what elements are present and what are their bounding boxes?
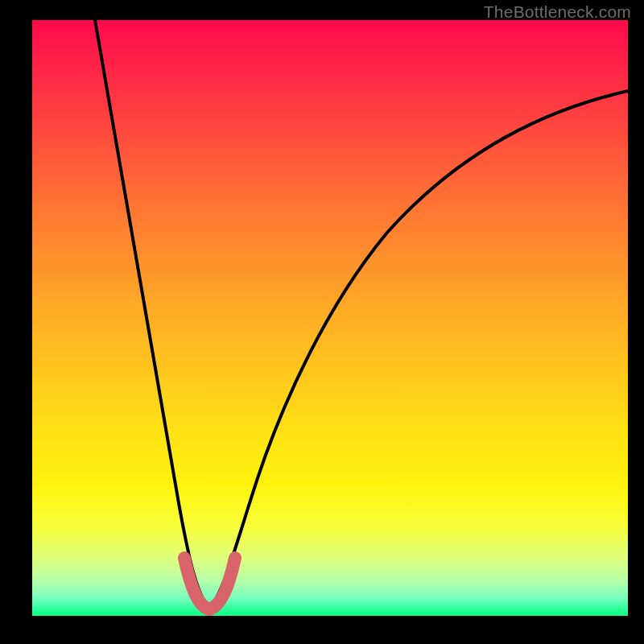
chart-frame: TheBottleneck.com (0, 0, 644, 644)
plot-area (32, 20, 628, 616)
bottom-highlight (184, 558, 235, 609)
curve-layer (32, 20, 628, 616)
bottleneck-curve (95, 20, 628, 608)
watermark-text: TheBottleneck.com (484, 2, 631, 22)
